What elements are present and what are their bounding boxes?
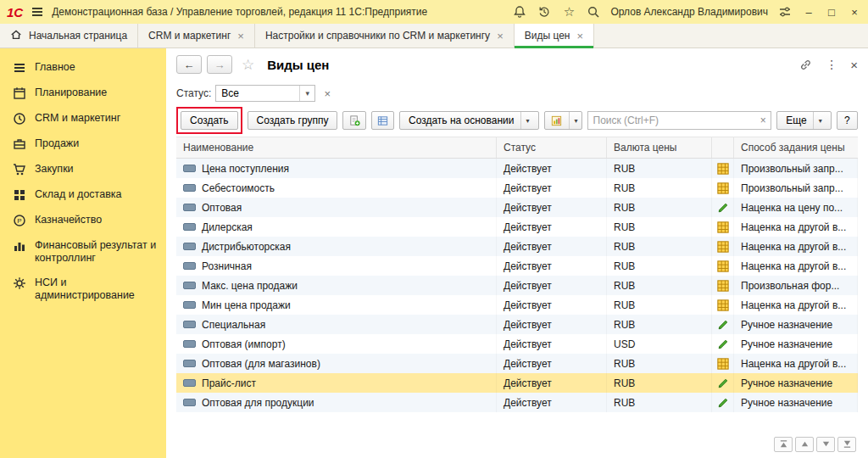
tab-home[interactable]: Начальная страница — [0, 24, 138, 47]
chevron-down-icon[interactable]: ▾ — [299, 86, 314, 101]
help-button[interactable]: ? — [837, 111, 858, 130]
table-row[interactable]: Цена поступленияДействуетRUBПроизвольный… — [176, 159, 858, 178]
forward-button[interactable]: → — [207, 55, 232, 74]
tab-price-types[interactable]: Виды цен × — [515, 24, 594, 47]
price-type-item-icon — [183, 204, 196, 211]
chevron-down-icon[interactable]: ▾ — [813, 112, 822, 129]
table-row[interactable]: ДилерскаяДействуетRUBНаценка на другой в… — [176, 217, 858, 237]
cell-method-icon — [712, 334, 734, 354]
page-up-button[interactable] — [795, 437, 814, 452]
more-actions-icon[interactable]: ⋮ — [826, 58, 837, 71]
main-menu-icon[interactable] — [30, 4, 45, 20]
clear-search-icon[interactable]: × — [755, 114, 771, 126]
annotation-highlight: Создать — [176, 107, 242, 134]
favorites-star-icon[interactable]: ☆ — [561, 4, 576, 20]
clear-filter-button[interactable]: × — [320, 85, 335, 102]
table-row[interactable]: Мин цена продажиДействуетRUBНаценка на д… — [176, 295, 858, 315]
sidebar-item-label: Продажи — [35, 137, 79, 150]
sidebar-item[interactable]: Закупки — [0, 157, 166, 182]
back-button[interactable]: ← — [176, 55, 202, 74]
tab-close-icon[interactable]: × — [497, 30, 504, 42]
sidebar-item[interactable]: Продажи — [0, 131, 166, 157]
price-type-item-icon — [183, 165, 196, 172]
cell-currency: RUB — [607, 198, 712, 217]
search-input[interactable] — [588, 114, 756, 126]
sidebar-item[interactable]: Финансовый результат и контроллинг — [0, 233, 166, 271]
sidebar-item-label: Закупки — [35, 163, 74, 176]
sidebar-item[interactable]: Планирование — [0, 81, 166, 106]
cell-name: Оптовая — [176, 198, 497, 217]
filter-row: Статус: Все ▾ × — [166, 81, 868, 106]
create-group-button[interactable]: Создать группу — [248, 111, 338, 130]
column-header-method[interactable]: Способ задания цены — [734, 137, 858, 158]
create-button[interactable]: Создать — [181, 111, 238, 130]
cell-currency: RUB — [607, 373, 712, 393]
sidebar-item-label: Планирование — [35, 87, 107, 99]
cell-name: Макс. цена продажи — [176, 276, 497, 295]
maximize-button[interactable]: □ — [825, 6, 838, 19]
sidebar-item[interactable]: Склад и доставка — [0, 182, 166, 208]
table-row[interactable]: СебестоимостьДействуетRUBПроизвольный за… — [176, 178, 858, 198]
sidebar-item[interactable]: CRM и маркетинг — [0, 106, 166, 131]
go-to-bottom-button[interactable] — [837, 437, 856, 452]
cell-status: Действует — [497, 393, 607, 412]
column-header-name[interactable]: Наименование — [176, 137, 497, 158]
cell-status: Действует — [497, 354, 607, 373]
cell-method: Наценка на другой в... — [734, 256, 858, 276]
manual-icon — [717, 377, 729, 389]
tab-crm-marketing[interactable]: CRM и маркетинг × — [138, 24, 255, 47]
arrow-down-icon — [821, 438, 831, 451]
cell-method: Ручное назначение — [734, 315, 858, 334]
table-row[interactable]: Макс. цена продажиДействуетRUBПроизвольн… — [176, 276, 858, 295]
tab-crm-settings[interactable]: Настройки и справочники по CRM и маркети… — [255, 24, 515, 47]
table-row[interactable]: Оптовая (для магазинов)ДействуетRUBНацен… — [176, 354, 858, 373]
column-header-status[interactable]: Статус — [497, 137, 607, 158]
report-menu-button[interactable]: ▾ — [544, 111, 582, 130]
column-header-currency[interactable]: Валюта цены — [607, 137, 712, 158]
close-form-icon[interactable]: × — [850, 58, 858, 72]
status-filter-label: Статус: — [176, 87, 211, 99]
create-based-on-button[interactable]: Создать на основании ▾ — [399, 111, 539, 130]
search-icon[interactable] — [586, 4, 601, 20]
cell-method-icon — [712, 393, 734, 412]
warehouse-icon — [13, 188, 26, 202]
get-link-icon[interactable] — [798, 57, 813, 72]
close-window-button[interactable]: × — [848, 6, 861, 19]
go-to-top-button[interactable] — [774, 437, 793, 452]
chevron-down-icon[interactable]: ▾ — [569, 112, 578, 129]
table-row[interactable]: СпециальнаяДействуетRUBРучное назначение — [176, 315, 858, 334]
tab-close-icon[interactable]: × — [237, 30, 244, 42]
table-view-button[interactable] — [371, 111, 394, 130]
table-row[interactable]: Оптовая (импорт)ДействуетUSDРучное назна… — [176, 334, 858, 354]
sidebar-item[interactable]: НСИ и администрирование — [0, 271, 166, 308]
table-row[interactable]: Оптовая для продукцииДействуетRUBРучное … — [176, 393, 858, 412]
sidebar-item[interactable]: Главное — [0, 55, 166, 81]
cell-method-icon — [712, 217, 734, 237]
minimize-button[interactable]: – — [802, 6, 815, 19]
service-settings-icon[interactable] — [777, 4, 793, 20]
status-filter-select[interactable]: Все ▾ — [215, 85, 315, 102]
status-filter-value: Все — [216, 87, 299, 99]
tab-close-icon[interactable]: × — [576, 30, 583, 42]
table-row[interactable]: ДистрибьюторскаяДействуетRUBНаценка на д… — [176, 237, 858, 256]
copy-item-button[interactable] — [342, 111, 365, 130]
chevron-down-icon[interactable]: ▾ — [520, 112, 530, 129]
sidebar-item[interactable]: РКазначейство — [0, 208, 166, 233]
history-icon[interactable] — [537, 4, 552, 20]
cell-currency: RUB — [607, 295, 712, 315]
add-to-favorites-icon[interactable]: ☆ — [242, 56, 254, 74]
table-row[interactable]: РозничнаяДействуетRUBНаценка на другой в… — [176, 256, 858, 276]
sidebar-item-label: Главное — [35, 61, 75, 74]
sidebar-item-label: НСИ и администрирование — [35, 276, 159, 302]
current-user[interactable]: Орлов Александр Владимирович — [610, 6, 768, 18]
report-icon — [550, 114, 563, 127]
notifications-bell-icon[interactable] — [512, 4, 527, 20]
table-row[interactable]: ОптоваяДействуетRUBНаценка на цену по... — [176, 198, 858, 217]
table-row[interactable]: Прайс-листДействуетRUBРучное назначение — [176, 373, 858, 393]
page-down-button[interactable] — [816, 437, 835, 452]
cell-status: Действует — [497, 295, 607, 315]
cell-name: Дилерская — [176, 217, 497, 237]
cell-status: Действует — [497, 315, 607, 334]
price-type-item-icon — [183, 184, 196, 192]
more-button[interactable]: Еще ▾ — [776, 111, 831, 130]
